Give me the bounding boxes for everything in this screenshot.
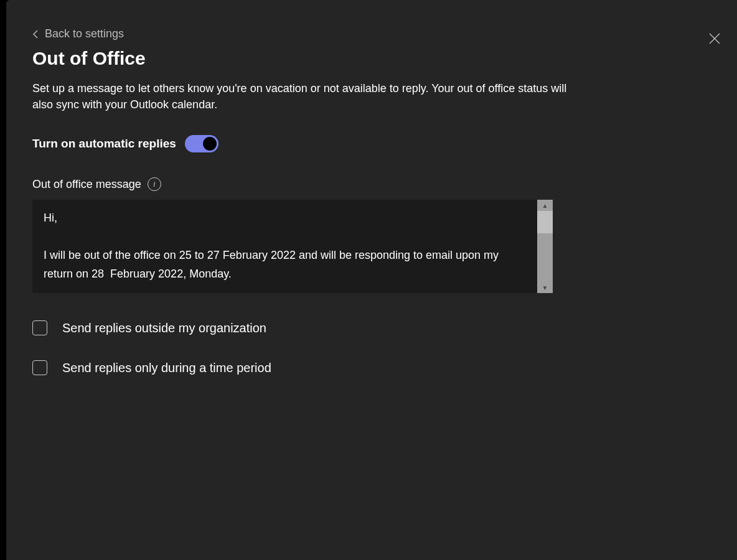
automatic-replies-row: Turn on automatic replies [32,135,712,152]
send-outside-org-row: Send replies outside my organization [32,320,712,335]
scroll-track[interactable] [537,211,553,282]
page-title: Out of Office [32,48,712,69]
message-textarea-wrapper: Hi, I will be out of the office on 25 to… [32,200,553,293]
automatic-replies-toggle[interactable] [185,135,218,152]
out-of-office-message-label: Out of office message [32,178,141,191]
background-sliver [0,0,6,560]
back-to-settings-link[interactable]: Back to settings [32,27,124,40]
info-icon[interactable]: i [148,177,161,191]
time-period-checkbox[interactable] [32,360,47,375]
scroll-thumb[interactable] [537,211,553,233]
chevron-left-icon [32,29,39,39]
time-period-label: Send replies only during a time period [62,361,271,375]
page-description: Set up a message to let others know you'… [32,80,574,113]
scroll-up-arrow-icon[interactable]: ▲ [537,200,553,211]
back-link-label: Back to settings [45,27,124,40]
send-outside-org-label: Send replies outside my organization [62,321,266,335]
panel-content: Back to settings Out of Office Set up a … [6,0,737,375]
time-period-row: Send replies only during a time period [32,360,712,375]
out-of-office-message-input[interactable]: Hi, I will be out of the office on 25 to… [32,200,537,293]
scroll-down-arrow-icon[interactable]: ▼ [537,282,553,293]
toggle-knob [203,137,217,151]
message-label-row: Out of office message i [32,177,712,191]
close-button[interactable] [706,30,723,47]
automatic-replies-label: Turn on automatic replies [32,137,176,151]
message-scrollbar[interactable]: ▲ ▼ [537,200,553,293]
send-outside-org-checkbox[interactable] [32,320,47,335]
out-of-office-panel: Back to settings Out of Office Set up a … [6,0,737,560]
close-icon [708,32,721,45]
